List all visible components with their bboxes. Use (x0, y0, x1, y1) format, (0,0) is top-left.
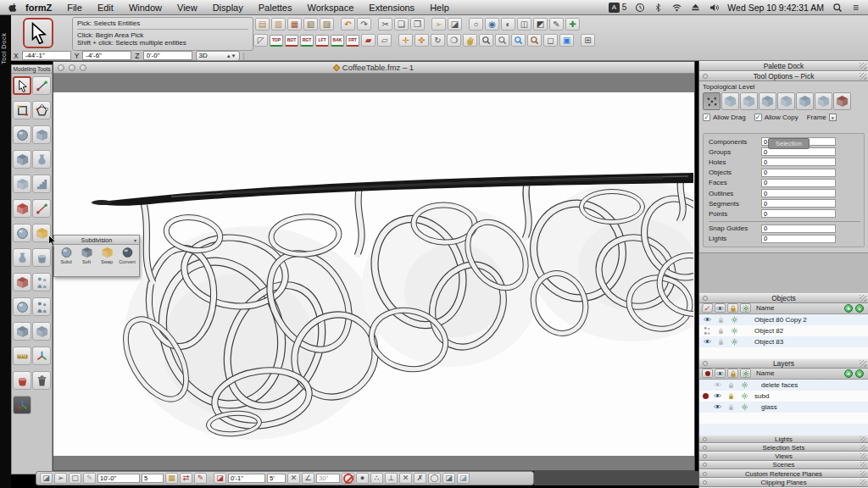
redo-icon[interactable]: ↷ (357, 18, 371, 30)
layer-name[interactable]: glass (761, 403, 777, 411)
zoom-icon[interactable] (479, 34, 493, 47)
pointer-mode-icon[interactable]: ➢ (431, 18, 446, 30)
custom-reference-planes-palette-header[interactable]: Custom Reference Planes (699, 469, 868, 478)
object-name[interactable]: Object 82 (754, 327, 783, 335)
lights-count-field[interactable] (761, 235, 836, 243)
layer-row[interactable]: glass (699, 402, 868, 413)
volume-icon[interactable] (709, 2, 720, 13)
notification-center-icon[interactable]: ≡ (850, 2, 861, 13)
objects-count-field[interactable] (761, 169, 836, 177)
save-icon[interactable]: ▧ (303, 18, 318, 30)
vector-line-tool[interactable] (32, 101, 51, 119)
visible-eye-icon[interactable] (702, 315, 712, 324)
no-direction-snap-icon[interactable]: ✕ (287, 473, 300, 484)
view-front-button[interactable]: FRT (346, 35, 359, 47)
close-project-icon[interactable]: ▦ (287, 18, 302, 30)
menu-file[interactable]: File (59, 0, 90, 15)
attributes-gear-icon[interactable] (739, 402, 749, 412)
canvas-3d-view[interactable] (53, 92, 693, 455)
lock-icon[interactable] (715, 337, 726, 347)
hidden-line-display-icon[interactable]: ◫ (517, 18, 531, 30)
perspective-view-icon[interactable]: ▱ (377, 34, 392, 47)
resize-grip-icon[interactable] (860, 295, 866, 302)
lock-column-icon[interactable] (727, 303, 738, 313)
lock-icon[interactable] (726, 380, 736, 390)
snap-guides-count-field[interactable] (761, 225, 836, 233)
resize-grip-icon[interactable] (860, 63, 866, 69)
stairs-tool[interactable] (32, 175, 51, 193)
active-column-icon[interactable] (702, 369, 713, 378)
views-palette-header[interactable]: Views (699, 452, 868, 460)
pick-tool[interactable] (13, 76, 31, 95)
deform-tool[interactable] (13, 273, 31, 291)
snap-tangent-icon[interactable]: ◯ (428, 473, 441, 484)
view-right-button[interactable]: RGT (300, 35, 314, 47)
soft-tool[interactable]: Soft (76, 247, 97, 264)
scenes-palette-header[interactable]: Scenes (699, 461, 868, 469)
save-as-icon[interactable]: ▨ (320, 18, 334, 30)
view-bottom-button[interactable]: BOT (285, 35, 298, 47)
faces-count-field[interactable] (761, 179, 836, 187)
fit-view-icon[interactable]: ◻ (543, 34, 558, 47)
object-options-button[interactable]: ▾ (855, 304, 864, 313)
input-source-icon[interactable]: A (609, 3, 620, 13)
move-view-icon[interactable]: ✛ (398, 34, 413, 47)
lock-icon[interactable] (715, 326, 726, 336)
snap-perpendicular-icon[interactable]: ⊥ (385, 473, 398, 484)
paste-icon[interactable]: ❐ (410, 18, 425, 30)
visible-eye-icon[interactable] (702, 337, 712, 347)
lock-icon[interactable] (726, 402, 736, 412)
collapse-circle-icon[interactable] (703, 296, 708, 301)
object-row[interactable]: Object 83 (699, 336, 868, 347)
menu-workspace[interactable]: Workspace (299, 0, 361, 15)
reference-plane-icon[interactable]: ◪ (448, 18, 462, 30)
topo-face-button[interactable] (759, 92, 776, 110)
insert-point-tool[interactable] (32, 199, 51, 218)
object-name[interactable]: Object 83 (754, 338, 783, 346)
document-title-bar[interactable]: CoffeeTable.fmz – 1 (53, 62, 694, 74)
objects-palette-header[interactable]: Objects (699, 293, 868, 303)
shaded-full-display-icon[interactable]: ◉ (485, 18, 499, 30)
hand-pan-icon[interactable] (463, 34, 477, 47)
topo-all-button[interactable] (833, 92, 851, 110)
active-layer-dot-icon[interactable] (703, 393, 709, 399)
menu-view[interactable]: View (170, 0, 205, 15)
object-row[interactable]: Object 80 Copy 2 (699, 314, 868, 325)
subd-tool[interactable]: Subd (56, 247, 76, 264)
z-coordinate-field[interactable] (143, 51, 192, 60)
lock-icon[interactable] (726, 391, 736, 401)
cut-icon[interactable]: ✂ (378, 18, 392, 30)
menu-help[interactable]: Help (422, 0, 457, 15)
snap-midpoint-icon[interactable]: ∴ (370, 473, 383, 484)
spin-view-icon[interactable]: ↻ (431, 34, 445, 47)
resize-grip-icon[interactable] (860, 73, 866, 80)
people-tool[interactable] (32, 297, 51, 316)
paint-bucket-tool[interactable] (13, 371, 31, 390)
lock-column-icon[interactable] (727, 369, 738, 378)
edit-grid-icon[interactable]: ✎ (83, 473, 96, 484)
direction-snap-icon[interactable]: ➢ (54, 473, 67, 484)
angle-increment-field[interactable] (316, 474, 340, 483)
bluetooth-icon[interactable] (653, 2, 664, 13)
topo-outline-button[interactable] (740, 92, 758, 110)
time-machine-icon[interactable] (634, 2, 645, 13)
snap-segment-icon[interactable]: ◪ (457, 473, 470, 484)
visible-eye-icon[interactable] (712, 391, 722, 401)
dimension-mode-select[interactable]: 3D ▲▼ (196, 51, 240, 61)
clipping-planes-palette-header[interactable]: Clipping Planes (699, 478, 868, 486)
zoom-area-icon[interactable] (495, 34, 509, 47)
lock-icon[interactable] (715, 315, 726, 324)
topo-hole-button[interactable] (815, 92, 832, 110)
layers-palette-header[interactable]: Layers (699, 358, 868, 369)
palette-dock-header[interactable]: Palette Dock (699, 61, 868, 71)
sphere-tool[interactable] (13, 125, 31, 144)
renderzone-icon[interactable]: ◩ (533, 18, 548, 30)
topo-point-button[interactable] (703, 92, 721, 110)
angle-divisions-field[interactable] (267, 474, 286, 483)
angle-snap-field[interactable] (228, 474, 265, 483)
holes-count-field[interactable] (761, 158, 836, 166)
orbit-view-icon[interactable]: ❍ (447, 34, 461, 47)
menu-formz[interactable]: formZ (18, 0, 59, 15)
place-figure-tool[interactable] (32, 273, 51, 291)
selection-sets-palette-header[interactable]: Selection Sets (699, 443, 868, 452)
